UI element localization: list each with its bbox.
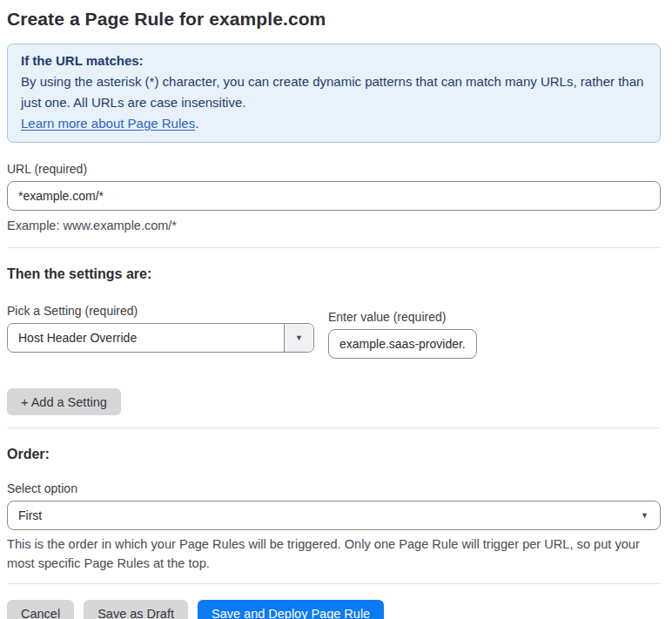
order-select[interactable]: First ▼ xyxy=(7,501,661,530)
setting-select[interactable]: Host Header Override ▼ xyxy=(7,323,314,353)
learn-more-link[interactable]: Learn more about Page Rules xyxy=(21,116,195,131)
pick-setting-label: Pick a Setting (required) xyxy=(7,304,314,318)
save-and-deploy-button[interactable]: Save and Deploy Page Rule xyxy=(198,600,384,619)
setting-row: Pick a Setting (required) Host Header Ov… xyxy=(7,304,661,359)
enter-value-column: Enter value (required) xyxy=(328,310,477,359)
link-period: . xyxy=(195,116,198,131)
url-field-label: URL (required) xyxy=(7,162,661,176)
divider xyxy=(7,583,661,584)
chevron-down-icon: ▼ xyxy=(295,334,303,342)
url-input[interactable] xyxy=(7,181,661,211)
order-section-heading: Order: xyxy=(7,447,661,462)
cancel-button[interactable]: Cancel xyxy=(7,600,74,619)
setting-value-input[interactable] xyxy=(328,329,477,359)
order-select-value: First xyxy=(8,508,641,522)
url-matches-info-box: If the URL matches: By using the asteris… xyxy=(7,44,661,143)
divider xyxy=(7,247,661,248)
divider xyxy=(7,427,661,428)
page-title: Create a Page Rule for example.com xyxy=(7,9,661,30)
info-box-link-line: Learn more about Page Rules. xyxy=(21,113,647,134)
settings-section-heading: Then the settings are: xyxy=(7,266,661,282)
setting-select-value: Host Header Override xyxy=(8,331,284,345)
chevron-down-icon: ▼ xyxy=(641,512,648,520)
order-helper-text: This is the order in which your Page Rul… xyxy=(7,535,647,573)
add-setting-button[interactable]: + Add a Setting xyxy=(7,388,121,415)
pick-setting-column: Pick a Setting (required) Host Header Ov… xyxy=(7,304,314,359)
footer-actions: Cancel Save as Draft Save and Deploy Pag… xyxy=(7,600,661,619)
info-box-heading: If the URL matches: xyxy=(21,50,647,71)
info-box-body: By using the asterisk (*) character, you… xyxy=(21,71,647,113)
setting-select-arrow-button[interactable]: ▼ xyxy=(284,324,313,352)
url-helper-text: Example: www.example.com/* xyxy=(7,217,661,235)
save-as-draft-button[interactable]: Save as Draft xyxy=(84,600,188,619)
order-select-label: Select option xyxy=(7,481,661,495)
enter-value-label: Enter value (required) xyxy=(328,310,477,324)
